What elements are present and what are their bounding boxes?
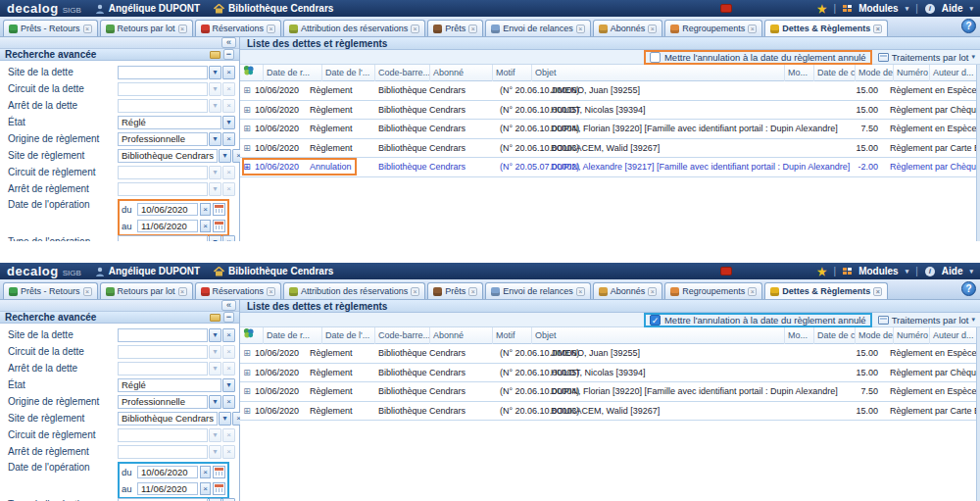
table-row[interactable]: ⊞10/06/2020AnnulationBibliothèque Cendra…: [240, 158, 980, 177]
clear-icon[interactable]: ×: [200, 466, 211, 478]
clear-icon[interactable]: ×: [222, 445, 235, 459]
clear-icon[interactable]: ×: [222, 428, 235, 442]
tab-close-icon[interactable]: ×: [267, 25, 275, 33]
help-menu[interactable]: Aide: [942, 3, 963, 14]
dropdown-icon[interactable]: ▾: [209, 99, 221, 113]
clear-icon[interactable]: ×: [222, 182, 235, 196]
tab-prets[interactable]: Prêts×: [427, 20, 483, 36]
tab-envoi-de-relances[interactable]: Envoi de relances×: [485, 20, 591, 36]
column-header-date-de-l[interactable]: Date de l'...: [322, 65, 375, 81]
clear-icon[interactable]: ×: [222, 362, 235, 376]
tab-prets-retours[interactable]: Prêts - Retours×: [3, 282, 98, 299]
annulation-checkbox-label[interactable]: Mettre l'annulation à la date du règleme…: [664, 52, 866, 63]
column-header-auteur-d[interactable]: Auteur d...: [930, 65, 980, 81]
column-header-objet[interactable]: Objet: [532, 65, 785, 81]
minimize-icon[interactable]: −: [223, 312, 234, 323]
clear-icon[interactable]: ×: [222, 166, 235, 179]
column-header-auteur-d[interactable]: Auteur d...: [930, 327, 980, 344]
column-header-mode-de-r[interactable]: Mode de r...: [856, 65, 894, 81]
dropdown-icon[interactable]: ▾: [219, 149, 231, 163]
tab-dettes-reglements[interactable]: Dettes & Règlements×: [764, 282, 888, 299]
tab-close-icon[interactable]: ×: [748, 287, 757, 296]
column-header-date-de-l[interactable]: Date de l'...: [322, 327, 375, 344]
field-input[interactable]: Bibliothèque Cendrars: [118, 149, 218, 163]
clear-icon[interactable]: ×: [222, 345, 235, 359]
tab-close-icon[interactable]: ×: [748, 25, 757, 33]
help-button[interactable]: ?: [961, 19, 976, 33]
table-row[interactable]: ⊞10/06/2020RèglementBibliothèque Cendrar…: [240, 344, 980, 364]
dropdown-icon[interactable]: ▾: [209, 132, 221, 146]
tab-close-icon[interactable]: ×: [648, 25, 657, 33]
column-header-numero-d[interactable]: Numéro d...: [894, 327, 930, 344]
batch-actions-button[interactable]: Traitements par lot ▾: [878, 52, 975, 63]
modules-menu[interactable]: Modules: [858, 3, 899, 14]
tab-regroupements[interactable]: Regroupements×: [664, 282, 762, 299]
notification-icon[interactable]: [720, 4, 732, 13]
tab-prets[interactable]: Prêts×: [427, 282, 483, 299]
clear-icon[interactable]: ×: [222, 82, 235, 96]
field-input[interactable]: Réglé: [118, 116, 221, 129]
favorites-icon[interactable]: ★: [817, 4, 827, 14]
dropdown-icon[interactable]: ▾: [209, 328, 221, 342]
table-row[interactable]: ⊞10/06/2020RèglementBibliothèque Cendrar…: [240, 139, 980, 159]
field-input[interactable]: [118, 182, 208, 196]
field-input[interactable]: [118, 99, 208, 113]
dropdown-icon[interactable]: ▾: [222, 116, 235, 129]
date-from-input[interactable]: 10/06/2020: [137, 466, 198, 478]
calendar-icon[interactable]: [213, 466, 225, 478]
dropdown-icon[interactable]: ▾: [209, 362, 221, 376]
table-row[interactable]: ⊞10/06/2020RèglementBibliothèque Cendrar…: [240, 101, 980, 121]
dropdown-icon[interactable]: ▾: [209, 395, 221, 409]
table-row[interactable]: ⊞10/06/2020RèglementBibliothèque Cendrar…: [240, 120, 980, 139]
tab-close-icon[interactable]: ×: [267, 287, 275, 296]
clear-icon[interactable]: ×: [222, 498, 235, 501]
table-corner-refresh-icon[interactable]: [240, 65, 264, 81]
field-input[interactable]: Réglé: [118, 378, 221, 392]
clear-icon[interactable]: ×: [200, 482, 211, 495]
expand-icon[interactable]: ⊞: [240, 368, 254, 377]
vertical-scrollbar[interactable]: [976, 327, 980, 501]
field-input[interactable]: [118, 328, 208, 342]
annulation-checkbox-label[interactable]: Mettre l'annulation à la date du règleme…: [664, 315, 866, 326]
tab-close-icon[interactable]: ×: [411, 287, 419, 296]
dropdown-icon[interactable]: ▾: [219, 412, 231, 426]
column-header-mo[interactable]: Mo...: [785, 65, 814, 81]
tab-regroupements[interactable]: Regroupements×: [664, 20, 762, 36]
minimize-icon[interactable]: −: [223, 49, 234, 60]
column-header-mode-de-r[interactable]: Mode de r...: [856, 327, 894, 344]
tab-close-icon[interactable]: ×: [648, 287, 657, 296]
column-header-objet[interactable]: Objet: [532, 327, 785, 344]
dropdown-icon[interactable]: ▾: [209, 345, 221, 359]
calendar-icon[interactable]: [213, 482, 225, 495]
batch-actions-button[interactable]: Traitements par lot ▾: [878, 315, 975, 326]
column-header-code-barre[interactable]: Code-barre...: [375, 65, 430, 81]
help-menu[interactable]: Aide: [942, 266, 963, 276]
column-header-date-de-c[interactable]: Date de c...: [814, 65, 856, 81]
expand-icon[interactable]: ⊞: [240, 162, 254, 172]
column-header-code-barre[interactable]: Code-barre...: [375, 327, 430, 344]
collapse-sidebar-button[interactable]: «: [221, 300, 236, 311]
collapse-sidebar-button[interactable]: «: [221, 37, 236, 48]
field-input[interactable]: [118, 82, 208, 96]
expand-icon[interactable]: ⊞: [240, 406, 254, 416]
vertical-scrollbar[interactable]: [976, 65, 980, 241]
clear-icon[interactable]: ×: [200, 203, 211, 216]
expand-icon[interactable]: ⊞: [240, 124, 254, 133]
calendar-icon[interactable]: [213, 203, 225, 216]
clear-icon[interactable]: ×: [222, 66, 235, 79]
tab-retours-par-lot[interactable]: Retours par lot×: [100, 20, 193, 36]
tab-attribution-des-reservations[interactable]: Attribution des réservations×: [283, 20, 425, 36]
tab-reservations[interactable]: Réservations×: [195, 20, 282, 36]
field-input[interactable]: [118, 498, 208, 501]
expand-icon[interactable]: ⊞: [240, 386, 254, 396]
expand-icon[interactable]: ⊞: [240, 105, 254, 115]
tab-reservations[interactable]: Réservations×: [195, 282, 282, 299]
field-input[interactable]: Bibliothèque Cendrars: [118, 412, 218, 426]
column-header-date-de-c[interactable]: Date de c...: [814, 327, 856, 344]
saved-search-folder-icon[interactable]: [210, 314, 220, 322]
tab-close-icon[interactable]: ×: [576, 287, 585, 296]
field-input[interactable]: Professionnelle: [118, 132, 208, 146]
column-header-motif[interactable]: Motif: [493, 65, 532, 81]
date-from-input[interactable]: 10/06/2020: [137, 203, 198, 216]
calendar-icon[interactable]: [213, 220, 225, 232]
